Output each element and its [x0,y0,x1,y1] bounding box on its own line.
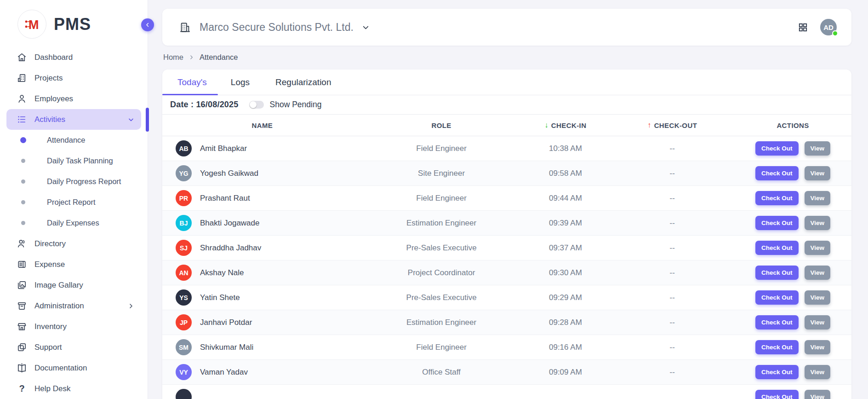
sidebar-item-label: Support [34,343,62,352]
employee-role: Estimation Engineer [362,219,521,228]
apps-grid-button[interactable] [798,22,808,33]
sidebar-item-employees[interactable]: Employees [6,88,141,109]
check-out-button[interactable]: Check Out [755,241,799,255]
sidebar-subitem-label: Attendance [47,136,85,145]
check-out-time: -- [610,169,734,178]
sidebar-subitem-daily-progress-report[interactable]: Daily Progress Report [6,171,141,192]
employee-name: Shraddha Jadhav [200,243,261,253]
company-name: Marco Secure Solutions Pvt. Ltd. [200,21,354,34]
table-row: BJBhakti JogawadeEstimation Engineer09:3… [162,211,851,236]
sidebar-item-image-gallary[interactable]: Image Gallary [6,275,141,295]
table-row: Check OutView [162,385,851,399]
sidebar-subitem-attendance[interactable]: Attendance [6,130,141,150]
check-out-button[interactable]: Check Out [755,365,799,379]
tab-logs[interactable]: Logs [218,69,263,95]
employee-role: Project Coordinator [362,268,521,278]
show-pending-toggle[interactable] [249,101,264,109]
sidebar-item-label: Directory [34,239,66,249]
view-button[interactable]: View [805,191,831,205]
breadcrumb-home-link[interactable]: Home [163,53,183,62]
check-in-time: 10:38 AM [520,144,610,153]
sidebar-item-documentation[interactable]: Documentation [6,358,141,378]
table-row: PRPrashant RautField Engineer09:44 AM--C… [162,186,851,211]
sidebar-item-support[interactable]: Support [6,337,141,358]
table-row: SJShraddha JadhavPre-Sales Executive09:3… [162,236,851,260]
column-header-check-in[interactable]: ↓ CHECK-IN [520,121,610,129]
sidebar-item-help-desk[interactable]: ?Help Desk [6,378,141,399]
user-avatar[interactable]: AD [820,19,837,35]
check-out-button[interactable]: Check Out [755,216,799,230]
check-out-button[interactable]: Check Out [755,191,799,205]
column-header-actions: ACTIONS [734,121,851,129]
employee-name: Bhakti Jogawade [200,219,259,228]
tab-todays[interactable]: Today's [162,69,218,95]
employee-role: Field Engineer [362,144,521,153]
check-out-button[interactable]: Check Out [755,340,799,354]
view-button[interactable]: View [805,216,831,230]
view-button[interactable]: View [805,290,831,305]
people-icon [17,238,27,249]
view-button[interactable]: View [805,166,831,180]
view-button[interactable]: View [805,266,831,280]
sidebar-item-label: Administration [34,301,84,311]
view-button[interactable]: View [805,390,831,399]
sidebar-item-expense[interactable]: Expense [6,254,141,275]
check-out-button[interactable]: Check Out [755,290,799,305]
company-selector[interactable]: Marco Secure Solutions Pvt. Ltd. [179,21,370,34]
employee-role: Field Engineer [362,194,521,203]
check-out-button[interactable]: Check Out [755,390,799,399]
bullet-icon [21,200,25,204]
sidebar-collapse-button[interactable] [141,18,154,31]
sidebar-item-dashboard[interactable]: Dashboard [6,47,141,68]
employee-role: Estimation Engineer [362,318,521,327]
active-section-indicator [146,108,149,132]
bullet-icon [21,221,25,225]
support-icon [17,342,27,353]
tab-regularization[interactable]: Regularization [263,69,344,95]
view-button[interactable]: View [805,241,831,255]
sidebar-item-inventory[interactable]: Inventory [6,316,141,337]
avatar: SJ [176,240,192,256]
check-out-button[interactable]: Check Out [755,266,799,280]
grid-icon [798,22,808,33]
check-out-button[interactable]: Check Out [755,315,799,330]
sidebar-subitem-daily-expenses[interactable]: Daily Expenses [6,213,141,233]
check-out-time: -- [610,243,734,253]
view-button[interactable]: View [805,365,831,379]
view-button[interactable]: View [805,315,831,330]
sidebar-item-label: Employees [34,94,73,104]
sidebar-item-label: Help Desk [34,384,70,393]
sidebar-item-administration[interactable]: Administration [6,295,141,316]
person-icon [17,93,27,104]
column-header-role: ROLE [362,121,521,129]
list-icon [17,114,27,125]
check-out-button[interactable]: Check Out [755,141,799,156]
sidebar-item-projects[interactable]: Projects [6,68,141,88]
view-button[interactable]: View [805,141,831,156]
attendance-card: Today's Logs Regularization Date : 16/08… [162,69,851,399]
store-icon [17,321,27,332]
chevron-right-icon [188,54,194,60]
bullet-icon [20,137,26,143]
sidebar-subitem-project-report[interactable]: Project Report [6,192,141,213]
sidebar-item-directory[interactable]: Directory [6,233,141,254]
check-out-time: -- [610,268,734,278]
employee-role: Pre-Sales Executive [362,293,521,302]
check-out-time: -- [610,219,734,228]
column-header-check-out[interactable]: ↑ CHECK-OUT [610,121,734,129]
tab-bar: Today's Logs Regularization [162,69,851,95]
view-button[interactable]: View [805,340,831,354]
sidebar-item-label: Expense [34,260,65,269]
table-row: VYVaman YadavOffice Staff09:09 AM--Check… [162,360,851,385]
chevron-down-icon [127,116,135,123]
table-header: NAME ROLE ↓ CHECK-IN ↑ CHECK-OUT ACTIONS [162,114,851,136]
employee-role: Office Staff [362,368,521,377]
employee-role: Field Engineer [362,343,521,352]
image-icon [17,280,27,290]
sidebar-subitem-daily-task-planning[interactable]: Daily Task Planning [6,150,141,171]
sidebar-item-activities[interactable]: Activities [6,109,141,130]
check-out-button[interactable]: Check Out [755,166,799,180]
avatar: YS [176,289,192,306]
employee-name: Vaman Yadav [200,368,248,377]
check-in-time: 09:58 AM [520,169,610,178]
